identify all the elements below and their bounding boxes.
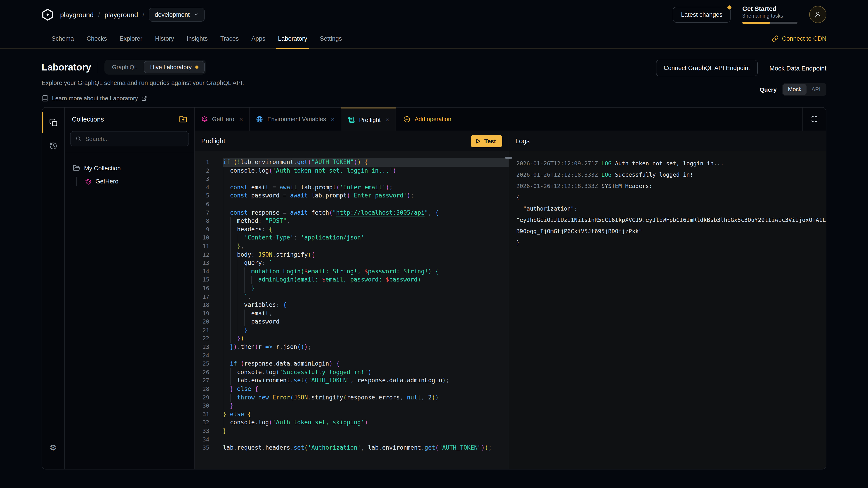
nav-item-apps[interactable]: Apps: [245, 29, 272, 48]
query-toggle-label: Query: [760, 86, 777, 93]
latest-changes-label: Latest changes: [681, 11, 722, 18]
collection-operation-label: GetHero: [95, 178, 119, 185]
code-line: 15adminLogin(email: $email, password: $p…: [195, 276, 508, 284]
nav-item-checks[interactable]: Checks: [80, 29, 113, 48]
collection-folder-label: My Collection: [84, 165, 121, 171]
learn-more-label: Learn more about the Laboratory: [52, 95, 138, 102]
code-line: 17`,: [195, 293, 508, 301]
close-icon[interactable]: ×: [331, 116, 335, 123]
breadcrumb-org[interactable]: playground: [60, 11, 94, 18]
tab-bar: GetHero × Environment Variables × Prefli…: [195, 107, 826, 131]
book-icon: [41, 95, 49, 102]
tab-preflight[interactable]: Preflight ×: [342, 107, 396, 131]
nav-item-settings[interactable]: Settings: [313, 29, 348, 48]
mode-option-graphiql[interactable]: GraphiQL: [105, 61, 144, 73]
log-raw-line: "authorization":: [516, 203, 826, 214]
connect-to-cdn-link[interactable]: Connect to CDN: [772, 29, 827, 48]
code-line: 5const password = await lab.prompt('Ente…: [195, 192, 508, 200]
learn-more-link[interactable]: Learn more about the Laboratory: [41, 95, 244, 102]
close-icon[interactable]: ×: [239, 116, 243, 123]
plus-circle-icon: [403, 116, 410, 123]
get-started-subtitle: 3 remaining tasks: [742, 13, 798, 19]
query-target-api[interactable]: API: [807, 84, 826, 95]
code-line: 31} else {: [195, 410, 508, 419]
side-rail: ⚙: [42, 107, 65, 469]
preflight-panel-title: Preflight: [201, 137, 225, 144]
connect-graphql-endpoint-button[interactable]: Connect GraphQL API Endpoint: [656, 60, 758, 76]
tab-label: Preflight: [359, 116, 381, 123]
code-line: 28} else {: [195, 385, 508, 393]
breadcrumb-project[interactable]: playground: [104, 11, 138, 18]
get-started-widget[interactable]: Get Started 3 remaining tasks: [742, 5, 798, 24]
collections-search[interactable]: [70, 131, 189, 147]
code-line: 26console.log('Successfully logged in!'): [195, 368, 508, 377]
target-selector-label: development: [155, 11, 190, 18]
rail-collections-button[interactable]: [42, 114, 64, 131]
nav-item-schema[interactable]: Schema: [45, 29, 80, 48]
nav-items: SchemaChecksExplorerHistoryInsightsTrace…: [45, 29, 348, 48]
collection-operation-gethero[interactable]: GetHero: [83, 177, 188, 186]
code-line: 25if (response.data.adminLogin) {: [195, 360, 508, 368]
user-avatar[interactable]: [809, 6, 827, 23]
code-line: 30}: [195, 402, 508, 410]
code-line: 20password: [195, 318, 508, 326]
test-button[interactable]: Test: [471, 135, 502, 147]
new-collection-folder-plus-icon[interactable]: [179, 115, 187, 123]
connect-to-cdn-label: Connect to CDN: [782, 35, 827, 42]
rail-history-button[interactable]: [42, 137, 64, 155]
collections-title: Collections: [72, 116, 104, 123]
test-button-label: Test: [484, 138, 496, 144]
hive-logo-icon[interactable]: [41, 8, 54, 21]
nav-item-laboratory[interactable]: Laboratory: [272, 29, 313, 48]
tab-gethero[interactable]: GetHero ×: [195, 107, 250, 131]
get-started-progress: [742, 22, 798, 24]
nav-item-history[interactable]: History: [149, 29, 180, 48]
nav-item-insights[interactable]: Insights: [180, 29, 214, 48]
nav-item-explorer[interactable]: Explorer: [113, 29, 149, 48]
external-link-icon: [142, 96, 147, 101]
nav-item-traces[interactable]: Traces: [214, 29, 245, 48]
code-line: 12body: JSON.stringify({: [195, 251, 508, 259]
code-line: 19email,: [195, 309, 508, 318]
log-raw-line: }: [516, 237, 826, 248]
rail-settings-button[interactable]: ⚙: [42, 439, 64, 456]
code-line: 33}: [195, 427, 508, 435]
latest-changes-button[interactable]: Latest changes: [673, 6, 731, 22]
collection-folder[interactable]: My Collection: [71, 163, 188, 173]
add-operation-button[interactable]: Add operation: [396, 107, 458, 131]
query-target-mock[interactable]: Mock: [783, 84, 807, 95]
logs-panel-title: Logs: [515, 137, 530, 144]
code-line: 8method: "POST",: [195, 217, 508, 225]
fullscreen-button[interactable]: [802, 107, 826, 131]
target-selector[interactable]: development: [149, 7, 205, 22]
mode-option-hive-laboratory[interactable]: Hive Laboratory: [144, 61, 205, 73]
code-lines: 1if (!lab.environment.get("AUTH_TOKEN"))…: [195, 158, 508, 452]
code-line: 27lab.environment.set("AUTH_TOKEN", resp…: [195, 377, 508, 385]
project-nav: SchemaChecksExplorerHistoryInsightsTrace…: [0, 29, 868, 49]
breadcrumb-separator: /: [143, 11, 145, 18]
logs-panel: Logs 2026-01-26T12:12:09.271Z LOG Auth t…: [508, 131, 826, 469]
collections-search-input[interactable]: [85, 135, 184, 142]
mode-option-label: Hive Laboratory: [150, 64, 192, 70]
close-icon[interactable]: ×: [385, 116, 389, 123]
logs-output[interactable]: 2026-01-26T12:12:09.271Z LOG Auth token …: [509, 151, 826, 469]
tab-label: GetHero: [212, 116, 234, 123]
code-line: 13query: `: [195, 259, 508, 267]
code-line: 4const email = await lab.prompt('Enter e…: [195, 184, 508, 192]
code-line: 7const response = await fetch("http://lo…: [195, 208, 508, 217]
collections-icon: [49, 119, 57, 127]
collections-panel: Collections My Collection GetHero: [65, 107, 195, 469]
log-entry: 2026-01-26T12:12:09.271Z LOG Auth token …: [516, 158, 826, 169]
breadcrumb-separator: /: [98, 11, 100, 18]
mock-data-endpoint-label[interactable]: Mock Data Endpoint: [770, 64, 827, 72]
tab-environment-variables[interactable]: Environment Variables ×: [250, 107, 342, 131]
code-editor[interactable]: 1if (!lab.environment.get("AUTH_TOKEN"))…: [195, 151, 508, 469]
code-line: 11},: [195, 242, 508, 251]
code-line: 6: [195, 200, 508, 208]
notification-dot: [727, 5, 732, 9]
search-icon: [75, 135, 81, 142]
log-entry: 2026-01-26T12:12:18.333Z LOG Successfull…: [516, 169, 826, 180]
top-header: playground / playground / development La…: [0, 0, 868, 29]
history-icon: [49, 142, 57, 150]
panel-resize-handle[interactable]: [505, 157, 512, 159]
